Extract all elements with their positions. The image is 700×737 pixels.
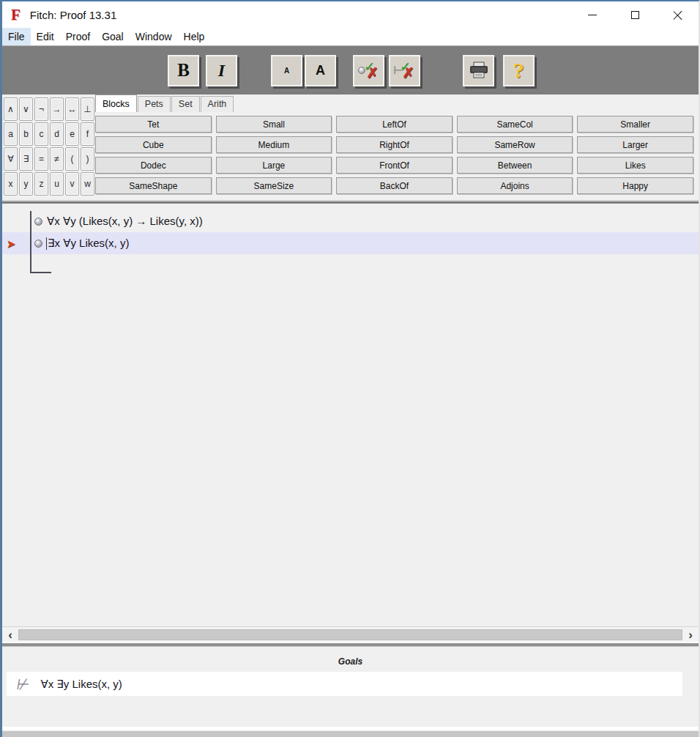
minimize-button[interactable] xyxy=(571,1,614,28)
verify-proof-button[interactable] xyxy=(389,55,420,86)
goals-scrollbar[interactable] xyxy=(2,730,699,737)
italic-icon: I xyxy=(218,61,225,81)
predicate-leftof-button[interactable]: LeftOf xyxy=(336,116,453,133)
symbol-v-button[interactable]: v xyxy=(65,172,79,196)
symbol-x-button[interactable]: x xyxy=(4,172,18,196)
predicate-grid: Tet Small LeftOf SameCol Smaller Cube Me… xyxy=(95,112,699,199)
proof-panel[interactable]: ∀x ∀y (Likes(x, y) → Likes(y, x)) ∃x ∀y … xyxy=(2,203,699,626)
proof-step-2-formula: ∃x ∀y Likes(x, y) xyxy=(48,237,129,250)
cross-icon xyxy=(367,64,379,81)
predicate-sameshape-button[interactable]: SameShape xyxy=(95,177,212,194)
predicate-samesize-button[interactable]: SameSize xyxy=(216,177,332,194)
goal-formula: ∀x ∃y Likes(x, y) xyxy=(40,678,122,691)
symbol-z-button[interactable]: z xyxy=(34,172,48,196)
symbol-equals-button[interactable]: = xyxy=(34,147,48,171)
proof-step-1[interactable]: ∀x ∀y (Likes(x, y) → Likes(y, x)) xyxy=(2,210,699,232)
minimize-icon xyxy=(588,15,597,15)
symbol-bottom-button[interactable]: ⊥ xyxy=(81,97,94,121)
predicate-dodec-button[interactable]: Dodec xyxy=(95,157,212,174)
symbol-biconditional-button[interactable]: ↔ xyxy=(65,97,79,121)
symbol-f-button[interactable]: f xyxy=(81,122,94,146)
symbol-a-button[interactable]: a xyxy=(4,122,18,146)
tab-blocks[interactable]: Blocks xyxy=(95,95,137,112)
language-tabs: Blocks Pets Set Arith xyxy=(95,95,699,112)
predicate-small-button[interactable]: Small xyxy=(216,116,332,133)
verify-step-button[interactable] xyxy=(353,55,384,86)
predicate-samerow-button[interactable]: SameRow xyxy=(457,136,573,153)
print-button[interactable] xyxy=(463,55,494,86)
maximize-button[interactable] xyxy=(614,1,656,28)
symbol-and-button[interactable]: ∧ xyxy=(4,97,18,121)
help-question-icon: ? xyxy=(513,59,524,81)
predicate-backof-button[interactable]: BackOf xyxy=(336,177,453,194)
maximize-icon xyxy=(631,11,639,19)
symbol-b-button[interactable]: b xyxy=(19,122,33,146)
predicate-medium-button[interactable]: Medium xyxy=(216,136,332,153)
symbol-w-button[interactable]: w xyxy=(81,172,94,196)
predicate-likes-button[interactable]: Likes xyxy=(577,157,693,174)
scrollbar-thumb[interactable] xyxy=(18,629,682,640)
symbol-y-button[interactable]: y xyxy=(19,172,33,196)
predicate-frontof-button[interactable]: FrontOf xyxy=(336,157,453,174)
menu-window[interactable]: Window xyxy=(130,28,178,45)
symbol-forall-button[interactable]: ∀ xyxy=(4,147,18,171)
window-title: Fitch: Proof 13.31 xyxy=(30,9,116,21)
scroll-left-arrow-icon[interactable] xyxy=(2,629,18,641)
menu-file[interactable]: File xyxy=(2,28,31,45)
predicate-happy-button[interactable]: Happy xyxy=(577,177,693,194)
tab-set[interactable]: Set xyxy=(171,96,200,112)
menu-proof[interactable]: Proof xyxy=(60,28,96,45)
predicate-rightof-button[interactable]: RightOf xyxy=(336,136,453,153)
font-smaller-icon: A xyxy=(284,67,289,75)
close-button[interactable] xyxy=(656,1,699,28)
toolbar: B I A A ? xyxy=(2,45,699,95)
help-button[interactable]: ? xyxy=(503,55,535,86)
symbol-e-button[interactable]: e xyxy=(65,122,79,146)
font-larger-icon: A xyxy=(316,63,325,78)
italic-button[interactable]: I xyxy=(206,55,237,86)
bold-icon: B xyxy=(177,60,190,81)
goal-row[interactable]: ∀x ∃y Likes(x, y) xyxy=(7,672,682,696)
goals-panel: Goals ∀x ∃y Likes(x, y) xyxy=(2,647,699,727)
tab-arith[interactable]: Arith xyxy=(201,96,234,112)
step-bullet-icon xyxy=(34,218,42,226)
predicate-samecol-button[interactable]: SameCol xyxy=(457,116,573,133)
symbol-arrow-button[interactable]: → xyxy=(50,97,64,121)
symbol-not-button[interactable]: ¬ xyxy=(34,97,48,121)
menu-bar: File Edit Proof Goal Window Help xyxy=(2,28,699,45)
font-smaller-button[interactable]: A xyxy=(271,55,302,86)
symbol-d-button[interactable]: d xyxy=(50,122,64,146)
symbol-lparen-button[interactable]: ( xyxy=(65,147,79,171)
goals-header: Goals xyxy=(2,647,699,669)
menu-edit[interactable]: Edit xyxy=(31,28,60,45)
close-icon xyxy=(673,10,682,20)
predicate-between-button[interactable]: Between xyxy=(457,157,573,174)
proof-step-2[interactable]: ∃x ∀y Likes(x, y) xyxy=(2,232,699,254)
title-bar: F Fitch: Proof 13.31 xyxy=(2,1,699,28)
predicate-larger-button[interactable]: Larger xyxy=(577,136,693,153)
focus-arrow-icon xyxy=(7,237,16,251)
bold-button[interactable]: B xyxy=(168,55,199,86)
symbol-rparen-button[interactable]: ) xyxy=(81,147,94,171)
predicate-adjoins-button[interactable]: Adjoins xyxy=(457,177,573,194)
proof-step-1-formula: ∀x ∀y (Likes(x, y) → Likes(y, x)) xyxy=(47,215,203,228)
fitch-logo: F xyxy=(11,6,21,24)
predicate-smaller-button[interactable]: Smaller xyxy=(577,116,693,133)
symbol-c-button[interactable]: c xyxy=(34,122,48,146)
menu-help[interactable]: Help xyxy=(178,28,211,45)
text-cursor xyxy=(46,237,47,250)
predicate-cube-button[interactable]: Cube xyxy=(95,136,212,153)
tab-pets[interactable]: Pets xyxy=(138,96,171,112)
font-larger-button[interactable]: A xyxy=(305,55,336,86)
predicate-large-button[interactable]: Large xyxy=(216,157,332,174)
predicate-tet-button[interactable]: Tet xyxy=(95,116,212,133)
cross-icon xyxy=(403,64,414,81)
goals-divider xyxy=(2,642,699,647)
scroll-right-arrow-icon[interactable] xyxy=(682,629,699,641)
symbol-or-button[interactable]: ∨ xyxy=(19,97,33,121)
symbol-u-button[interactable]: u xyxy=(50,172,64,196)
predicate-panel: Blocks Pets Set Arith Tet Small LeftOf S… xyxy=(95,95,699,200)
menu-goal[interactable]: Goal xyxy=(96,28,130,45)
symbol-exists-button[interactable]: ∃ xyxy=(19,147,33,171)
symbol-notequals-button[interactable]: ≠ xyxy=(50,147,64,171)
